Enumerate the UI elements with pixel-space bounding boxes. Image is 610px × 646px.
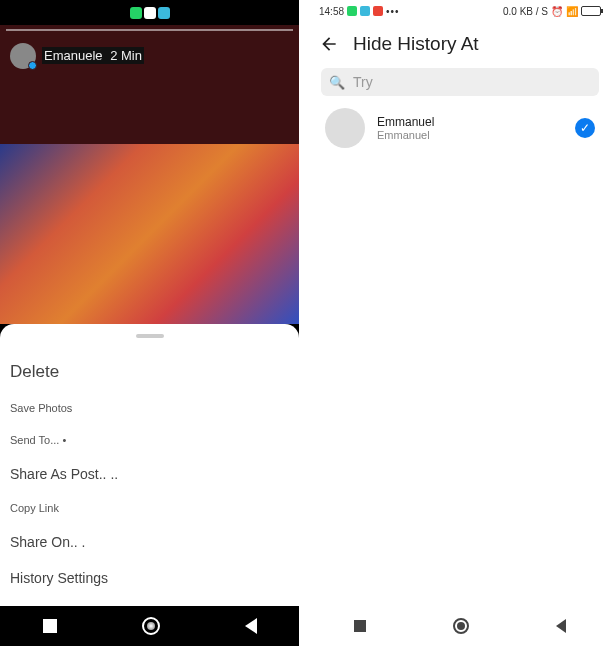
search-icon: 🔍 [329,75,345,90]
more-notifications-icon: ••• [386,6,400,17]
app-icon-2 [158,7,170,19]
send-to-button[interactable]: Send To... • [0,424,299,456]
story-content[interactable] [0,144,299,324]
phone-right: 14:58 ••• 0.0 KB / S ⏰ 📶 Hide History At… [311,0,609,646]
contact-subtitle: Emmanuel [377,129,563,141]
share-on-button[interactable]: Share On.. . [0,524,299,560]
home-icon[interactable] [142,617,160,635]
alarm-icon: ⏰ [551,6,563,17]
gmail-icon [373,6,383,16]
contact-name: Emmanuel [377,115,563,129]
recents-icon[interactable] [354,620,366,632]
search-input[interactable]: 🔍 Try [321,68,599,96]
page-title: Hide History At [353,33,479,55]
action-sheet: Delete Save Photos Send To... • Share As… [0,324,299,606]
contact-list-item[interactable]: Emmanuel Emmanuel ✓ [311,98,609,158]
nav-bar-left [0,606,299,646]
app-icon [360,6,370,16]
signal-icon: 📶 [566,6,578,17]
sheet-handle[interactable] [136,334,164,338]
status-bar-right: 14:58 ••• 0.0 KB / S ⏰ 📶 [311,0,609,22]
back-arrow-icon[interactable] [319,34,339,54]
phone-left: Emanuele 2 Min Delete Save Photos Send T… [0,0,299,646]
home-icon[interactable] [453,618,469,634]
story-username: Emanuele [44,48,103,63]
recents-icon[interactable] [43,619,57,633]
verified-badge-icon [28,61,37,70]
history-settings-button[interactable]: History Settings [0,560,299,596]
page-header: Hide History At [311,22,609,66]
battery-icon [581,6,601,16]
avatar [325,108,365,148]
delete-button[interactable]: Delete [0,352,299,392]
check-icon[interactable]: ✓ [575,118,595,138]
app-icon [144,7,156,19]
search-placeholder: Try [353,74,373,90]
copy-link-button[interactable]: Copy Link [0,492,299,524]
story-progress-bar[interactable] [6,29,293,31]
data-speed: 0.0 KB / S [503,6,548,17]
story-time: 2 Min [110,48,142,63]
back-icon[interactable] [556,619,566,633]
story-user-label: Emanuele 2 Min [42,47,144,64]
nav-bar-right [311,606,609,646]
avatar[interactable] [10,43,36,69]
status-bar-left [0,0,299,25]
whatsapp-icon [347,6,357,16]
back-icon[interactable] [245,618,257,634]
whatsapp-icon [130,7,142,19]
save-photos-button[interactable]: Save Photos [0,392,299,424]
share-as-post-button[interactable]: Share As Post.. .. [0,456,299,492]
story-header: Emanuele 2 Min [0,25,299,144]
contact-text: Emmanuel Emmanuel [377,115,563,141]
clock-time: 14:58 [319,6,344,17]
